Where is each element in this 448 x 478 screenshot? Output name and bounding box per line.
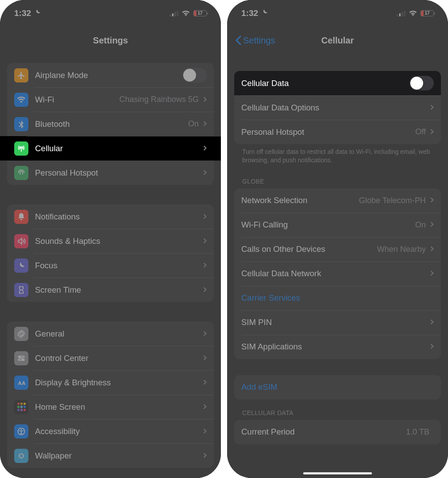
page-title: Cellular — [321, 35, 354, 46]
svg-point-2 — [19, 356, 20, 357]
row-label: Cellular Data Network — [241, 269, 321, 278]
row-notifications[interactable]: Notifications — [7, 204, 214, 229]
row-accessibility[interactable]: Accessibility — [7, 419, 214, 443]
row-cellular-data-network[interactable]: Cellular Data Network — [234, 262, 441, 286]
row-general[interactable]: General — [7, 321, 214, 346]
row-wifi-calling[interactable]: Wi-Fi Calling On — [234, 213, 441, 237]
row-airplane-mode[interactable]: Airplane Mode — [7, 63, 214, 87]
row-wallpaper[interactable]: Wallpaper — [7, 443, 214, 468]
chevron-right-icon — [203, 285, 207, 295]
row-cellular-data-options[interactable]: Cellular Data Options — [234, 95, 441, 120]
home-screen-icon — [14, 400, 28, 414]
chevron-right-icon — [203, 451, 207, 461]
row-sim-pin[interactable]: SIM PIN — [234, 310, 441, 335]
row-label: Airplane Mode — [35, 71, 88, 80]
row-label: Bluetooth — [35, 119, 70, 129]
row-display[interactable]: AA Display & Brightness — [7, 370, 214, 395]
chevron-right-icon — [430, 220, 434, 230]
row-screen-time[interactable]: Screen Time — [7, 278, 214, 302]
cellular-footnote: Turn off cellular data to restrict all d… — [234, 144, 441, 165]
chevron-right-icon — [203, 119, 207, 129]
row-control-center[interactable]: Control Center — [7, 346, 214, 370]
usage-header: CELLULAR DATA — [234, 400, 441, 420]
row-current-period[interactable]: Current Period 1.0 TB — [234, 420, 441, 444]
page-title: Settings — [93, 35, 128, 46]
svg-point-6 — [21, 429, 22, 430]
settings-group-connectivity: Airplane Mode Wi-Fi Chasing Rainbows 5G — [7, 63, 214, 185]
row-calls-other-devices[interactable]: Calls on Other Devices When Nearby — [234, 237, 441, 262]
cellular-main-group: Cellular Data Cellular Data Options Pers… — [234, 71, 441, 144]
chevron-right-icon — [203, 427, 207, 436]
chevron-right-icon — [203, 378, 207, 388]
row-label: SIM PIN — [241, 317, 272, 327]
row-cellular[interactable]: Cellular — [0, 136, 221, 161]
focus-icon — [14, 259, 28, 273]
chevron-right-icon — [430, 317, 434, 327]
nav-header: Settings — [0, 27, 221, 54]
do-not-disturb-icon — [261, 8, 268, 18]
chevron-right-icon — [430, 244, 434, 254]
sounds-icon — [14, 234, 28, 248]
wifi-icon — [14, 93, 28, 107]
hotspot-icon — [14, 166, 28, 180]
row-add-esim[interactable]: Add eSIM — [234, 375, 441, 400]
row-wifi[interactable]: Wi-Fi Chasing Rainbows 5G — [7, 87, 214, 112]
carrier-header: GLOBE — [234, 165, 441, 188]
row-personal-hotspot[interactable]: Personal Hotspot Off — [234, 120, 441, 144]
row-sounds[interactable]: Sounds & Haptics — [7, 229, 214, 253]
display-icon: AA — [14, 376, 28, 390]
row-detail: On — [415, 220, 426, 230]
cellular-signal-icon — [397, 10, 405, 16]
row-detail: Globe Telecom-PH — [359, 196, 426, 205]
chevron-right-icon — [203, 95, 207, 105]
chevron-right-icon — [203, 402, 207, 412]
chevron-right-icon — [203, 236, 207, 246]
row-detail: 1.0 TB — [406, 427, 429, 437]
battery-icon: 17 — [420, 10, 434, 16]
row-sim-applications[interactable]: SIM Applications — [234, 335, 441, 359]
row-label: Add eSIM — [241, 382, 277, 392]
usage-group: Current Period 1.0 TB — [234, 420, 441, 444]
row-cellular-data[interactable]: Cellular Data — [234, 71, 441, 95]
wallpaper-icon — [14, 449, 28, 463]
row-personal-hotspot[interactable]: Personal Hotspot — [7, 161, 214, 185]
airplane-toggle[interactable] — [182, 68, 207, 82]
chevron-right-icon — [203, 212, 207, 222]
settings-group-notifications: Notifications Sounds & Haptics Focus — [7, 204, 214, 302]
phone-settings: 1:32 17 Settings — [0, 0, 221, 478]
chevron-right-icon — [203, 329, 207, 339]
row-label: Home Screen — [35, 402, 85, 412]
screen-time-icon — [14, 283, 28, 297]
svg-point-3 — [22, 359, 24, 360]
row-label: SIM Applications — [241, 342, 302, 352]
row-home-screen[interactable]: Home Screen — [7, 395, 214, 419]
svg-point-10 — [21, 456, 22, 457]
home-indicator[interactable] — [303, 472, 372, 475]
chevron-right-icon — [203, 144, 207, 153]
row-label: Screen Time — [35, 285, 81, 295]
status-time: 1:32 — [241, 8, 258, 18]
row-carrier-services[interactable]: Carrier Services — [234, 286, 441, 310]
row-bluetooth[interactable]: Bluetooth On — [7, 112, 214, 136]
row-detail: When Nearby — [377, 245, 426, 254]
chevron-right-icon — [430, 269, 434, 278]
wifi-status-icon — [181, 8, 190, 18]
row-label: Sounds & Haptics — [35, 236, 100, 246]
row-detail: Chasing Rainbows 5G — [119, 95, 199, 104]
row-focus[interactable]: Focus — [7, 253, 214, 278]
back-button[interactable]: Settings — [235, 35, 275, 46]
chevron-right-icon — [203, 168, 207, 178]
svg-text:AA: AA — [18, 380, 26, 386]
status-bar: 1:32 17 — [0, 0, 221, 27]
row-label: Control Center — [35, 353, 88, 363]
status-time: 1:32 — [14, 8, 31, 18]
row-label: Accessibility — [35, 427, 80, 436]
row-label: Network Selection — [241, 196, 307, 205]
row-label: Wi-Fi — [35, 95, 54, 105]
nav-header: Settings Cellular — [227, 27, 448, 54]
row-network-selection[interactable]: Network Selection Globe Telecom-PH — [234, 188, 441, 213]
row-label: Calls on Other Devices — [241, 244, 325, 254]
chevron-right-icon — [430, 196, 434, 205]
cellular-data-toggle[interactable] — [409, 76, 434, 90]
svg-point-8 — [20, 454, 21, 455]
